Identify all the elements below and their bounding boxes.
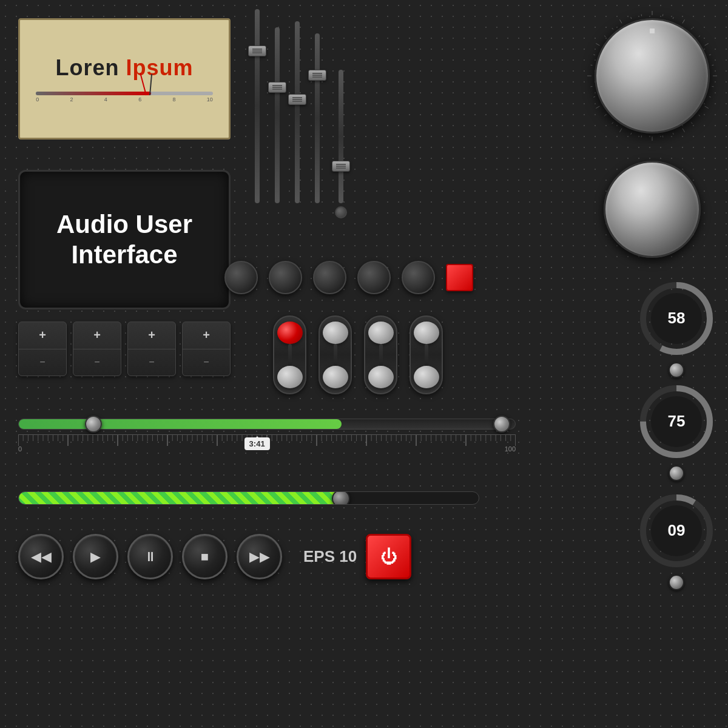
- plus-2[interactable]: +: [73, 322, 121, 349]
- progress-track[interactable]: [18, 491, 479, 505]
- scrubber-track[interactable]: 3:41: [18, 419, 516, 430]
- small-knob-3[interactable]: [313, 261, 346, 294]
- plus-minus-3[interactable]: + −: [127, 322, 176, 376]
- eps-label: EPS 10: [303, 547, 357, 566]
- time-tooltip: 3:41: [244, 437, 270, 450]
- fader-track-2[interactable]: [275, 27, 280, 203]
- fader-handle-5[interactable]: [332, 161, 350, 172]
- toggle-4-bottom: [414, 366, 439, 388]
- large-knob-container: // tick marks around circle: [585, 9, 719, 143]
- svg-line-7: [709, 55, 711, 55]
- rewind-icon: ◀◀: [31, 549, 52, 565]
- power-button[interactable]: ⏻: [366, 534, 411, 579]
- fader-handle-2[interactable]: [268, 82, 286, 93]
- progress-fill: [19, 492, 341, 504]
- fader-track-4[interactable]: [315, 33, 320, 203]
- small-knob-5[interactable]: [402, 261, 435, 294]
- toggle-2-top: [323, 322, 348, 344]
- vu-bar-bg: [36, 92, 213, 95]
- plus-4[interactable]: +: [183, 322, 230, 349]
- scrubber-container: 3:41 0 100: [18, 419, 516, 453]
- power-icon: ⏻: [380, 547, 397, 567]
- plus-3[interactable]: +: [128, 322, 175, 349]
- medium-knob[interactable]: [604, 161, 701, 258]
- minus-4[interactable]: −: [183, 349, 230, 376]
- fader-track-1[interactable]: [255, 9, 260, 203]
- display-text: Audio User Interface: [56, 209, 192, 271]
- minus-1[interactable]: −: [19, 349, 66, 376]
- svg-line-3: [682, 19, 685, 23]
- toggle-1-top: [277, 322, 303, 344]
- svg-line-19: [641, 135, 642, 137]
- plus-1[interactable]: +: [19, 322, 66, 349]
- toggle-3-shaft: [379, 344, 383, 365]
- label-card: Loren Ipsum 0 2 4 6 8 10: [18, 18, 231, 140]
- transport-area: ◀◀ ▶ ⏸ ■ ▶▶ EPS 10 ⏻: [18, 534, 411, 579]
- stop-icon: ■: [201, 549, 209, 565]
- play-button[interactable]: ▶: [73, 534, 118, 579]
- fast-forward-button[interactable]: ▶▶: [237, 534, 282, 579]
- fader-handle-4[interactable]: [308, 70, 326, 81]
- rewind-button[interactable]: ◀◀: [18, 534, 64, 579]
- main-panel: Loren Ipsum 0 2 4 6 8 10 Audio User Inte…: [0, 0, 728, 728]
- plus-minus-4[interactable]: + −: [182, 322, 231, 376]
- dial-2-svg[interactable]: 75: [637, 382, 716, 461]
- fader-1: [255, 9, 260, 218]
- toggle-1[interactable]: [273, 315, 306, 394]
- svg-line-24: [596, 106, 599, 109]
- toggle-4-shaft: [425, 344, 428, 365]
- fader-track-3[interactable]: [295, 21, 300, 203]
- svg-text:58: 58: [668, 309, 686, 327]
- fader-5-small-knob[interactable]: [335, 206, 347, 218]
- svg-line-2: [673, 17, 673, 19]
- svg-line-15: [682, 129, 685, 132]
- large-knob[interactable]: [595, 18, 710, 133]
- red-square-button[interactable]: [446, 264, 473, 291]
- svg-line-21: [620, 129, 622, 132]
- svg-line-13: [699, 115, 700, 116]
- knobs-row: [224, 261, 473, 294]
- display-screen: Audio User Interface: [18, 170, 231, 309]
- small-knob-2[interactable]: [269, 261, 302, 294]
- svg-line-34: [631, 17, 632, 19]
- progress-thumb[interactable]: [332, 491, 350, 505]
- pause-button[interactable]: ⏸: [127, 534, 173, 579]
- scrubber-fill: [19, 419, 342, 429]
- dial-1-svg[interactable]: 58: [637, 279, 716, 358]
- plus-minus-2[interactable]: + −: [73, 322, 121, 376]
- dial-1-container: 58: [637, 279, 716, 373]
- scrubber-handle-left[interactable]: [85, 416, 102, 433]
- toggle-1-bottom: [277, 366, 303, 388]
- svg-line-6: [705, 44, 709, 46]
- minus-3[interactable]: −: [128, 349, 175, 376]
- svg-line-28: [591, 65, 593, 66]
- svg-line-16: [673, 133, 673, 135]
- svg-text:09: 09: [668, 521, 686, 539]
- small-knob-4[interactable]: [357, 261, 391, 294]
- dial-2-knob[interactable]: [669, 465, 684, 481]
- plus-minus-1[interactable]: + −: [18, 322, 67, 376]
- minus-2[interactable]: −: [73, 349, 121, 376]
- toggle-1-shaft: [288, 344, 292, 365]
- dial-3-svg[interactable]: 09: [637, 491, 716, 570]
- fader-track-5[interactable]: [339, 70, 343, 203]
- toggle-2[interactable]: [318, 315, 352, 394]
- dial-3-knob[interactable]: [669, 575, 684, 590]
- fader-handle-3[interactable]: [288, 94, 306, 105]
- fader-handle-1[interactable]: [248, 46, 266, 56]
- display-line2: Interface: [71, 240, 177, 269]
- toggle-4[interactable]: [410, 315, 443, 394]
- fader-group: [255, 9, 347, 218]
- svg-line-31: [604, 36, 605, 37]
- toggle-3[interactable]: [364, 315, 397, 394]
- toggle-3-top: [368, 322, 394, 344]
- scrubber-handle-right[interactable]: [493, 416, 510, 433]
- svg-line-29: [593, 55, 595, 55]
- toggles-area: [273, 315, 443, 394]
- dial-1-knob[interactable]: [669, 362, 684, 378]
- progress-bar-container: [18, 491, 479, 505]
- svg-line-17: [662, 135, 663, 137]
- faders-area: [243, 9, 516, 252]
- stop-button[interactable]: ■: [182, 534, 228, 579]
- small-knob-1[interactable]: [224, 261, 258, 294]
